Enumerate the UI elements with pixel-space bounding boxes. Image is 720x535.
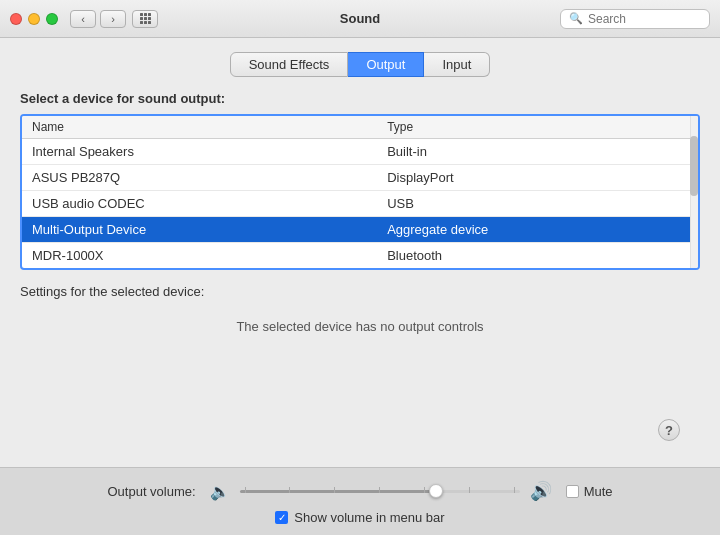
mute-label: Mute [584, 484, 613, 499]
grid-button[interactable] [132, 10, 158, 28]
maximize-button[interactable] [46, 13, 58, 25]
device-name: Multi-Output Device [22, 217, 377, 243]
tick [469, 487, 470, 493]
scrollbar-thumb[interactable] [690, 136, 698, 196]
search-bar[interactable]: 🔍 [560, 9, 710, 29]
window-title: Sound [340, 11, 380, 26]
speaker-low-icon: 🔈 [210, 482, 230, 501]
no-controls-text: The selected device has no output contro… [20, 319, 700, 334]
device-name: Internal Speakers [22, 139, 377, 165]
tick [424, 487, 425, 493]
volume-ticks [240, 487, 520, 495]
device-type: DisplayPort [377, 165, 698, 191]
device-name: ASUS PB287Q [22, 165, 377, 191]
table-header-row: Name Type [22, 116, 698, 139]
table-row[interactable]: MDR-1000X Bluetooth [22, 243, 698, 269]
tab-input[interactable]: Input [424, 52, 490, 77]
device-type: Aggregate device [377, 217, 698, 243]
back-button[interactable]: ‹ [70, 10, 96, 28]
table-row[interactable]: USB audio CODEC USB [22, 191, 698, 217]
search-input[interactable] [588, 12, 701, 26]
table-row[interactable]: Internal Speakers Built-in [22, 139, 698, 165]
chevron-right-icon: › [111, 13, 115, 25]
search-icon: 🔍 [569, 12, 583, 25]
tab-sound-effects[interactable]: Sound Effects [230, 52, 349, 77]
device-table-container: Name Type Internal Speakers Built-in ASU… [20, 114, 700, 270]
volume-row: Output volume: 🔈 🔊 Mute [20, 480, 700, 502]
scrollbar-track[interactable] [690, 116, 698, 268]
device-name: USB audio CODEC [22, 191, 377, 217]
column-header-type: Type [377, 116, 698, 139]
traffic-lights [10, 13, 58, 25]
close-button[interactable] [10, 13, 22, 25]
table-row[interactable]: ASUS PB287Q DisplayPort [22, 165, 698, 191]
mute-checkbox-row: Mute [566, 484, 613, 499]
grid-icon [140, 13, 151, 24]
show-volume-row: ✓ Show volume in menu bar [20, 510, 700, 525]
titlebar: ‹ › Sound 🔍 [0, 0, 720, 38]
mute-checkbox[interactable] [566, 485, 579, 498]
show-volume-label: Show volume in menu bar [294, 510, 444, 525]
tab-bar: Sound Effects Output Input [20, 52, 700, 77]
device-table: Name Type Internal Speakers Built-in ASU… [22, 116, 698, 268]
column-header-name: Name [22, 116, 377, 139]
tick [289, 487, 290, 493]
tick [514, 487, 515, 493]
show-volume-checkbox[interactable]: ✓ [275, 511, 288, 524]
main-content: Sound Effects Output Input Select a devi… [0, 38, 720, 535]
bottom-controls: Output volume: 🔈 🔊 Mute ✓ Show [0, 467, 720, 535]
settings-label: Settings for the selected device: [20, 284, 700, 299]
help-button[interactable]: ? [658, 419, 680, 441]
device-type: Bluetooth [377, 243, 698, 269]
checkmark-icon: ✓ [278, 513, 286, 523]
tick [334, 487, 335, 493]
forward-button[interactable]: › [100, 10, 126, 28]
device-type: Built-in [377, 139, 698, 165]
volume-label: Output volume: [107, 484, 195, 499]
device-name: MDR-1000X [22, 243, 377, 269]
tab-output[interactable]: Output [348, 52, 424, 77]
table-row-selected[interactable]: Multi-Output Device Aggregate device [22, 217, 698, 243]
volume-slider[interactable] [240, 483, 520, 499]
device-type: USB [377, 191, 698, 217]
device-section-title: Select a device for sound output: [20, 91, 700, 106]
tick [379, 487, 380, 493]
minimize-button[interactable] [28, 13, 40, 25]
nav-buttons: ‹ › [70, 10, 126, 28]
tick [245, 487, 246, 493]
chevron-left-icon: ‹ [81, 13, 85, 25]
speaker-high-icon: 🔊 [530, 480, 552, 502]
